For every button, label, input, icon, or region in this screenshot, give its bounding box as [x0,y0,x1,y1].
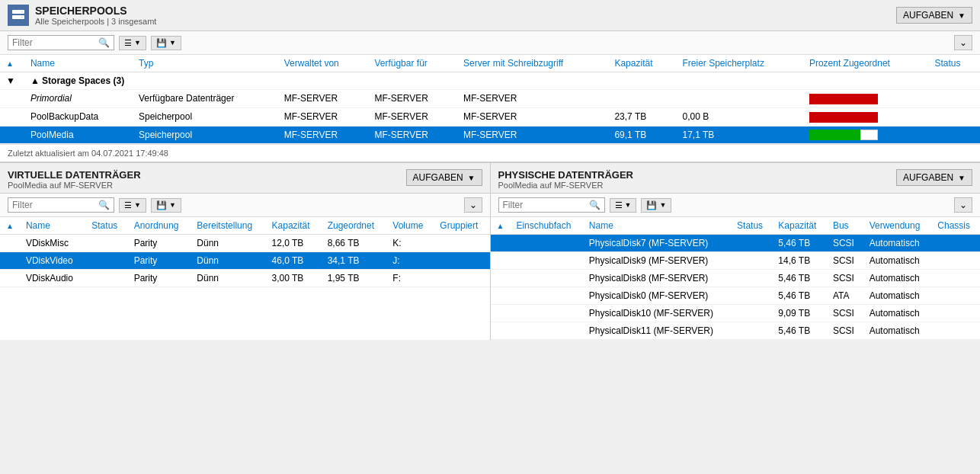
v-kap-cell: 12,0 TB [266,235,322,252]
virtual-save-btn[interactable]: 💾 ▼ [151,198,181,213]
table-row[interactable]: PhysicalDisk9 (MF-SERVER) 14,6 TB SCSI A… [491,252,981,270]
physical-save-arrow: ▼ [659,201,666,209]
collapse-button[interactable]: ⌄ [954,35,972,50]
col-verwaltet-header[interactable]: Verwaltet von [278,55,369,72]
virtual-view-btn[interactable]: ☰ ▼ [119,198,146,213]
p-kap-cell: 5,46 TB [772,270,827,287]
v-col-status[interactable]: Status [85,217,127,235]
table-row[interactable]: PhysicalDisk10 (MF-SERVER) 9,09 TB SCSI … [491,305,981,322]
speicherpools-table: ▲ Name Typ Verwaltet von Verfügbar für S… [0,55,980,144]
physical-filter-input[interactable] [503,200,589,210]
physical-collapse-button[interactable]: ⌄ [954,197,972,213]
col-kap-header[interactable]: Kapazität [608,55,676,72]
virtual-filter-box[interactable]: 🔍 [8,197,114,213]
p-bus-cell: SCSI [827,252,863,270]
virtual-aufgaben-button[interactable]: AUFGABEN ▼ [406,169,482,186]
v-vol-cell: F: [386,270,434,287]
table-row[interactable]: PoolBackupData Speicherpool MF-SERVER MF… [0,107,980,126]
col-prozent-header[interactable]: Prozent Zugeordnet [803,55,929,72]
verfuegbar-cell: MF-SERVER [368,90,457,108]
p-col-chassis[interactable]: Chassis [931,217,980,235]
server-cell: MF-SERVER [457,107,608,126]
v-col-zugeord[interactable]: Zugeordnet [322,217,387,235]
v-col-group[interactable]: Gruppiert [434,217,489,235]
physical-panel: PHYSISCHE DATENTRÄGER PoolMedia auf MF-S… [490,162,981,340]
freier-cell: 0,00 B [677,107,803,126]
col-server-header[interactable]: Server mit Schreibzugriff [457,55,608,72]
physical-toolbar: 🔍 ☰ ▼ 💾 ▼ ⌄ [491,194,981,217]
v-group-cell [434,235,489,252]
virtual-toolbar: 🔍 ☰ ▼ 💾 ▼ ⌄ [0,194,490,217]
v-status-cell [85,270,127,287]
p-col-kap[interactable]: Kapazität [772,217,827,235]
server-cell: MF-SERVER [457,126,608,144]
table-row[interactable]: PhysicalDisk11 (MF-SERVER) 5,46 TB SCSI … [491,322,981,340]
p-einschub-cell [510,252,582,270]
v-anordnung-cell: Parity [128,270,191,287]
v-col-bereit[interactable]: Bereitstellung [191,217,265,235]
physical-save-btn[interactable]: 💾 ▼ [641,198,671,213]
top-filter-box[interactable]: 🔍 [8,35,114,50]
v-col-anordnung[interactable]: Anordnung [128,217,191,235]
p-sort-col[interactable]: ▲ [491,217,511,235]
aufgaben-button[interactable]: AUFGABEN ▼ [896,7,972,24]
group-row[interactable]: ▼ ▲ Storage Spaces (3) [0,72,980,90]
p-chassis-cell [931,322,980,340]
p-col-bus[interactable]: Bus [827,217,863,235]
physical-title: PHYSISCHE DATENTRÄGER [498,169,633,181]
table-row[interactable]: VDiskMisc Parity Dünn 12,0 TB 8,66 TB K: [0,235,490,252]
col-verfuegbar-header[interactable]: Verfügbar für [368,55,457,72]
p-sort-cell [491,270,511,287]
virtual-filter-input[interactable] [12,200,98,210]
table-row[interactable]: PoolMedia Speicherpool MF-SERVER MF-SERV… [0,126,980,144]
p-col-verw[interactable]: Verwendung [863,217,932,235]
name-cell: Primordial [24,90,133,108]
table-row[interactable]: Primordial Verfügbare Datenträger MF-SER… [0,90,980,108]
save-btn[interactable]: 💾 ▼ [151,36,181,50]
virtual-collapse-button[interactable]: ⌄ [464,197,482,213]
p-col-name[interactable]: Name [583,217,731,235]
table-row[interactable]: PhysicalDisk7 (MF-SERVER) 5,46 TB SCSI A… [491,235,981,252]
v-anordnung-cell: Parity [128,252,191,270]
p-einschub-cell [510,270,582,287]
freier-cell [677,90,803,108]
p-chassis-cell [931,270,980,287]
status-cell [928,126,980,144]
p-col-status[interactable]: Status [731,217,772,235]
verfuegbar-cell: MF-SERVER [368,107,457,126]
v-status-cell [85,235,127,252]
save-dropdown-arrow: ▼ [169,39,176,46]
col-name-header[interactable]: Name [24,55,133,72]
table-row[interactable]: PhysicalDisk0 (MF-SERVER) 5,46 TB ATA Au… [491,287,981,305]
physical-aufgaben-button[interactable]: AUFGABEN ▼ [896,169,972,186]
table-row[interactable]: VDiskVideo Parity Dünn 46,0 TB 34,1 TB J… [0,252,490,270]
progress-bar [809,130,878,140]
verwaltet-cell: MF-SERVER [278,90,369,108]
v-kap-cell: 46,0 TB [266,252,322,270]
view-btn[interactable]: ☰ ▼ [119,36,146,50]
top-toolbar: 🔍 ☰ ▼ 💾 ▼ ⌄ [0,31,980,55]
table-row[interactable]: VDiskAudio Parity Dünn 3,00 TB 1,95 TB F… [0,270,490,287]
p-col-einschub[interactable]: Einschubfach [510,217,582,235]
col-status-header[interactable]: Status [928,55,980,72]
p-status-cell [731,322,772,340]
col-freier-header[interactable]: Freier Speicherplatz [677,55,803,72]
physical-view-btn[interactable]: ☰ ▼ [610,198,637,213]
virtual-aufgaben-arrow: ▼ [468,174,476,182]
v-sort-col[interactable]: ▲ [0,217,20,235]
v-col-name[interactable]: Name [20,217,85,235]
v-col-kap[interactable]: Kapazität [266,217,322,235]
v-vol-cell: K: [386,235,434,252]
top-filter-input[interactable] [12,37,98,48]
typ-cell: Verfügbare Datenträger [133,90,278,108]
sort-col-header[interactable]: ▲ [0,55,24,72]
top-header: SPEICHERPOOLS Alle Speicherpools | 3 ins… [0,0,980,31]
p-sort-cell [491,235,511,252]
table-row[interactable]: PhysicalDisk8 (MF-SERVER) 5,46 TB SCSI A… [491,270,981,287]
table-header: ▲ Name Typ Verwaltet von Verfügbar für S… [0,55,980,72]
list-icon: ☰ [124,38,132,48]
v-col-vol[interactable]: Volume [386,217,434,235]
col-typ-header[interactable]: Typ [133,55,278,72]
physical-filter-box[interactable]: 🔍 [498,197,605,213]
physical-view-arrow: ▼ [625,201,632,209]
